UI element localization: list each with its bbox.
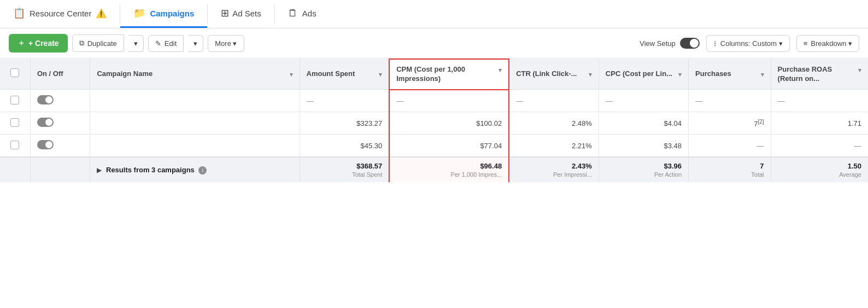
row2-purchases-cell: 7[2] [689, 112, 771, 135]
edit-caret-button[interactable]: ▾ [188, 35, 203, 52]
purchase-roas-sort-icon[interactable]: ▾ [858, 66, 861, 74]
row2-ctr-cell: 2.48% [509, 112, 599, 135]
row3-toggle-cell [30, 135, 90, 158]
columns-label: Columns: Custom ▾ [720, 39, 783, 48]
row1-amount-spent-cell: — [300, 90, 389, 112]
ctr-sort-icon[interactable]: ▾ [589, 71, 592, 78]
row2-toggle[interactable] [37, 118, 54, 127]
campaign-name-sort-icon[interactable]: ▾ [290, 71, 293, 78]
tab-ads-label: Ads [302, 9, 316, 18]
row2-toggle-cell [30, 112, 90, 135]
row2-campaign-name-cell [90, 112, 300, 135]
tab-resource-center-label: Resource Center [30, 9, 91, 18]
row1-ctr-cell: — [509, 90, 599, 112]
results-info-icon[interactable]: i [198, 166, 207, 175]
table-row: $45.30 $77.04 2.21% $3.48 — — [0, 135, 868, 158]
footer-roas-cell: 1.50 Average [771, 157, 868, 182]
footer-purchases-cell: 7 Total [689, 157, 771, 182]
select-all-checkbox[interactable] [10, 68, 19, 77]
row3-ctr-cell: 2.21% [509, 135, 599, 158]
row3-roas-cell: — [771, 135, 868, 158]
campaigns-table-container: On / Off Campaign Name ▾ Amount Spent ▾ [0, 59, 868, 182]
amount-spent-sort-icon[interactable]: ▾ [379, 71, 382, 78]
row2-cpc-cell: $4.04 [599, 112, 688, 135]
row3-checkbox-cell [0, 135, 30, 158]
warning-icon: ⚠️ [96, 8, 107, 19]
table-header-row: On / Off Campaign Name ▾ Amount Spent ▾ [0, 59, 868, 90]
footer-cpc-cell: $3.96 Per Action [599, 157, 688, 182]
cpc-sort-icon[interactable]: ▾ [678, 71, 682, 78]
row1-toggle[interactable] [37, 95, 54, 104]
tab-ad-sets-label: Ad Sets [232, 9, 261, 18]
tab-ad-sets[interactable]: ⊞ Ad Sets [208, 0, 274, 28]
tab-ads[interactable]: 🗒 Ads [275, 0, 330, 28]
row3-checkbox[interactable] [10, 141, 19, 149]
breakdown-button[interactable]: ≡ Breakdown ▾ [796, 35, 859, 52]
row3-purchases-cell: — [689, 135, 771, 158]
tab-campaigns[interactable]: 📁 Campaigns [120, 0, 207, 28]
ads-icon: 🗒 [288, 8, 298, 19]
row3-campaign-name-cell [90, 135, 300, 158]
resource-center-icon: 📋 [13, 7, 25, 19]
edit-button[interactable]: ✎ Edit [148, 35, 184, 52]
duplicate-button[interactable]: ⧉ Duplicate [72, 34, 124, 52]
tab-campaigns-label: Campaigns [150, 9, 194, 18]
row2-roas-cell: 1.71 [771, 112, 868, 135]
more-button[interactable]: More ▾ [208, 35, 244, 52]
row3-amount-spent-cell: $45.30 [300, 135, 389, 158]
row2-amount-spent-cell: $323.27 [300, 112, 389, 135]
row1-roas-cell: — [771, 90, 868, 112]
create-label: + Create [28, 39, 59, 48]
create-button[interactable]: ＋ + Create [9, 34, 68, 53]
duplicate-caret-button[interactable]: ▾ [128, 35, 144, 52]
purchases-sort-icon[interactable]: ▾ [761, 71, 764, 78]
more-label: More ▾ [215, 39, 237, 48]
edit-icon: ✎ [155, 39, 161, 48]
duplicate-label: Duplicate [87, 39, 117, 48]
campaigns-table: On / Off Campaign Name ▾ Amount Spent ▾ [0, 59, 868, 182]
campaigns-icon: 📁 [133, 7, 145, 19]
columns-button[interactable]: ⫶ Columns: Custom ▾ [706, 35, 790, 52]
expand-results-icon[interactable]: ▶ [97, 166, 102, 174]
toolbar: ＋ + Create ⧉ Duplicate ▾ ✎ Edit ▾ More ▾… [0, 28, 868, 59]
table-row: $323.27 $100.02 2.48% $4.04 7[2] 1.71 [0, 112, 868, 135]
table-footer-row: ▶ Results from 3 campaigns i $368.57 Tot… [0, 157, 868, 182]
row2-cpm-cell: $100.02 [389, 112, 509, 135]
footer-cpm-cell: $96.48 Per 1,000 Impres... [389, 157, 509, 182]
row1-checkbox-cell [0, 90, 30, 112]
footer-toggle-cell [30, 157, 90, 182]
columns-icon: ⫶ [713, 39, 717, 48]
header-on-off: On / Off [30, 59, 90, 90]
row2-checkbox[interactable] [10, 118, 19, 127]
view-setup-label: View Setup [640, 39, 676, 48]
row1-cpm-cell: — [389, 90, 509, 112]
breakdown-label: Breakdown ▾ [811, 39, 852, 48]
header-cpc: CPC (Cost per Lin... ▾ [599, 59, 688, 90]
header-cpm: CPM (Cost per 1,000 Impressions) ▾ [389, 59, 509, 90]
row1-checkbox[interactable] [10, 96, 19, 104]
footer-label-cell: ▶ Results from 3 campaigns i [90, 157, 300, 182]
footer-ctr-cell: 2.43% Per Impressi... [509, 157, 599, 182]
row1-toggle-cell [30, 90, 90, 112]
header-purchases: Purchases ▾ [689, 59, 771, 90]
top-navigation: 📋 Resource Center ⚠️ 📁 Campaigns ⊞ Ad Se… [0, 0, 868, 28]
breakdown-icon: ≡ [804, 39, 808, 48]
footer-checkbox-cell [0, 157, 30, 182]
create-plus-icon: ＋ [17, 38, 25, 48]
header-checkbox-cell [0, 59, 30, 90]
duplicate-icon: ⧉ [79, 39, 84, 48]
ad-sets-icon: ⊞ [221, 7, 229, 19]
row1-cpc-cell: — [599, 90, 688, 112]
header-purchase-roas: Purchase ROAS (Return on... ▾ [771, 59, 868, 90]
row1-campaign-name-cell [90, 90, 300, 112]
tab-resource-center[interactable]: 📋 Resource Center ⚠️ [0, 0, 120, 28]
row1-purchases-cell: — [689, 90, 771, 112]
view-setup-control: View Setup [640, 38, 700, 49]
toolbar-right: View Setup ⫶ Columns: Custom ▾ ≡ Breakdo… [640, 35, 859, 52]
footer-amount-spent-cell: $368.57 Total Spent [300, 157, 389, 182]
edit-label: Edit [165, 39, 177, 48]
row3-toggle[interactable] [37, 140, 54, 149]
header-amount-spent: Amount Spent ▾ [300, 59, 389, 90]
view-setup-toggle[interactable] [680, 38, 700, 49]
cpm-sort-icon[interactable]: ▾ [498, 66, 502, 74]
